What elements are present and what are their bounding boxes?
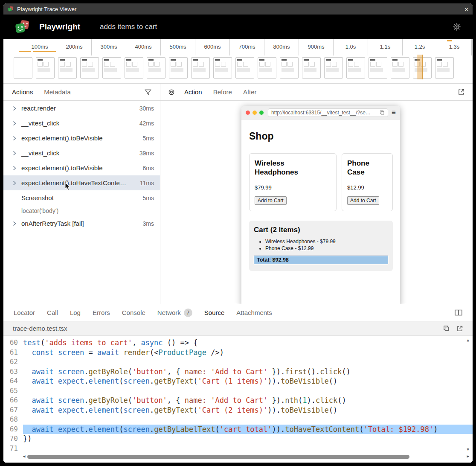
product-name: Phone Case [347,159,387,177]
code-line: 65 [3,386,473,396]
action-item[interactable]: Screenshot5ms [3,190,160,205]
thumb-heading-mark [437,59,442,61]
action-item[interactable]: onAfterRetryTask [fail]3ms [3,216,160,231]
code-line: 61 const screen = await render(<ProductP… [3,348,473,358]
scroll-down-arrow-icon[interactable]: ▼ [467,448,469,451]
timeline-thumbnail[interactable] [235,57,254,79]
timeline-tick-label: 200ms [57,39,92,55]
tab-source[interactable]: Source [204,309,225,316]
thumb-products-mark [370,62,386,67]
line-number: 61 [3,348,23,358]
snapshot-page: Shop Wireless Headphones$79.99Add to Car… [241,119,400,271]
chevron-right-icon [12,106,21,111]
split-view-icon[interactable] [455,309,462,316]
scroll-left-arrow-icon[interactable]: ◀ [23,454,25,458]
timeline-thumbnail[interactable] [346,57,365,79]
action-item[interactable]: __vitest_click42ms [3,116,160,131]
timeline-tick-label: 300ms [92,39,126,55]
code-line: 66 await screen.getByRole('button', { na… [3,396,473,405]
timeline-thumbnail[interactable] [435,57,454,79]
tab-after[interactable]: After [243,88,257,96]
code-text: test('adds items to cart', async () => { [23,338,473,348]
snapshot-panel: ActionBeforeAfter http://localhost:63315… [160,84,473,304]
timeline-thumbnail[interactable] [324,57,343,79]
thumb-heading-mark [392,59,398,61]
window-title: Playwright Trace Viewer [17,6,76,12]
line-number: 64 [3,376,23,386]
tab-call[interactable]: Call [47,309,58,316]
tab-actions[interactable]: Actions [12,88,33,96]
playwright-masks-icon [8,6,14,12]
open-source-external-icon[interactable] [456,325,463,332]
thumb-cart-mark [60,68,73,72]
scroll-up-arrow-icon[interactable]: ▲ [467,338,469,342]
timeline-thumbnail[interactable] [280,57,299,79]
horizontal-scrollbar-thumb[interactable] [27,455,409,459]
timeline-thumbnail[interactable] [169,57,188,79]
open-snapshot-external-icon[interactable] [458,88,465,96]
thumb-products-mark [104,62,119,67]
timeline-tick-label: 700ms [230,39,264,55]
thumb-products-mark [282,62,297,67]
action-item[interactable]: __vitest_click39ms [3,146,160,160]
action-item[interactable]: react.render30ms [3,101,160,116]
thumb-cart-mark [282,68,294,72]
thumb-cart-mark [392,68,405,72]
timeline[interactable]: 100ms200ms300ms400ms500ms600ms700ms800ms… [3,39,473,84]
filter-icon[interactable] [145,89,151,95]
main-split: Actions Metadata react.render30ms__vites… [3,84,473,304]
tab-network[interactable]: Network7 [157,309,192,317]
action-item-duration: 5ms [139,195,154,201]
timeline-thumbnail[interactable] [191,57,210,79]
code-text [23,444,473,454]
address-bar: http://localhost:63315/__vitest_test__/?… [268,108,388,117]
thumb-heading-mark [126,59,131,61]
close-icon[interactable]: × [464,6,468,12]
thumb-heading-mark [326,59,331,61]
action-item[interactable]: expect.element().toBeVisible5ms [3,131,160,146]
action-item[interactable]: expect.element().toBeVisible6ms [3,160,160,175]
tab-action[interactable]: Action [184,88,202,96]
timeline-thumbnail[interactable] [369,57,387,79]
gear-icon[interactable] [452,22,461,32]
tab-attachments[interactable]: Attachments [236,309,272,316]
scroll-right-arrow-icon[interactable]: ▶ [467,454,469,458]
thumb-heading-mark [282,59,287,61]
thumb-products-mark [215,62,230,67]
timeline-thumbnail[interactable] [125,57,143,79]
tab-log[interactable]: Log [70,309,81,316]
timeline-thumbnail[interactable] [213,57,232,79]
timeline-thumbnail[interactable] [58,57,77,79]
timeline-thumbnail[interactable] [36,57,55,79]
timeline-thumbnail[interactable] [102,57,121,79]
product-card: Wireless Headphones$79.99Add to Cart [249,153,337,211]
chevron-right-icon [12,136,21,141]
timeline-thumbnail[interactable] [80,57,99,79]
thumb-cart-mark [104,68,117,72]
code-text: const screen = await render(<ProductPage… [23,348,473,358]
thumb-heading-mark [237,59,242,61]
line-number: 69 [3,425,23,434]
copy-source-icon[interactable] [443,325,450,332]
thumb-cart-mark [38,68,50,72]
snapshot-browser-window: http://localhost:63315/__vitest_test__/?… [241,106,400,304]
tab-errors[interactable]: Errors [93,309,110,316]
timeline-thumbnail[interactable] [14,57,32,79]
details-tabbar: LocatorCallLogErrorsConsoleNetwork7Sourc… [3,304,473,321]
source-file-bar: trace-demo.test.tsx [3,321,473,336]
action-item-duration: 5ms [139,135,154,142]
tab-console[interactable]: Console [122,309,145,316]
tab-before[interactable]: Before [213,88,232,96]
action-item-label: onAfterRetryTask [fail] [21,220,84,227]
snapshot-tabbar: ActionBeforeAfter [160,84,473,101]
timeline-thumbnail[interactable] [147,57,165,79]
timeline-thumbnail[interactable] [302,57,321,79]
thumb-heading-mark [38,59,43,61]
action-item[interactable]: expect.element().toHaveTextConte…11ms [3,175,160,190]
tab-locator[interactable]: Locator [14,309,35,316]
timeline-thumbnail[interactable] [258,57,276,79]
cart-heading: Cart (2 items) [254,226,388,234]
action-item-duration: 11ms [136,180,154,186]
timeline-thumbnail[interactable] [391,57,409,79]
tab-metadata[interactable]: Metadata [44,88,71,96]
